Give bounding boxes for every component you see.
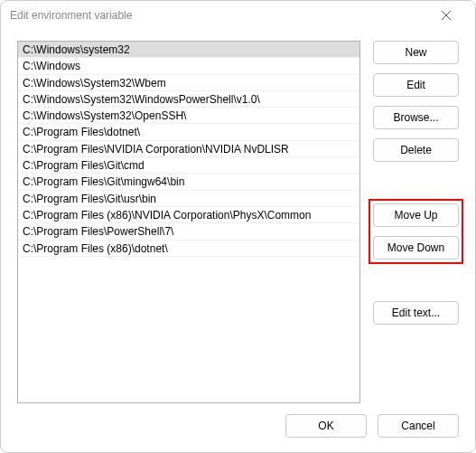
titlebar: Edit environment variable bbox=[1, 1, 475, 30]
ok-button[interactable]: OK bbox=[285, 414, 367, 438]
content-area: C:\Windows\system32C:\WindowsC:\Windows\… bbox=[1, 30, 475, 409]
dialog-footer: OK Cancel bbox=[1, 409, 475, 452]
close-icon bbox=[442, 11, 451, 20]
list-item[interactable]: C:\Program Files\Git\cmd bbox=[18, 157, 359, 174]
dialog-window: Edit environment variable C:\Windows\sys… bbox=[0, 0, 476, 453]
side-button-panel: New Edit Browse... Delete Move Up Move D… bbox=[373, 41, 459, 403]
browse-button[interactable]: Browse... bbox=[373, 106, 459, 129]
move-down-button[interactable]: Move Down bbox=[373, 236, 459, 260]
list-item[interactable]: C:\Windows\system32 bbox=[18, 42, 359, 58]
list-item[interactable]: C:\Windows\System32\WindowsPowerShell\v1… bbox=[18, 91, 359, 108]
list-item[interactable]: C:\Program Files\PowerShell\7\ bbox=[18, 223, 359, 240]
edit-text-button[interactable]: Edit text... bbox=[373, 301, 459, 325]
list-item[interactable]: C:\Windows\System32\Wbem bbox=[18, 75, 359, 91]
cancel-button[interactable]: Cancel bbox=[378, 414, 459, 438]
list-item[interactable]: C:\Program Files\NVIDIA Corporation\NVID… bbox=[18, 141, 359, 157]
move-up-button[interactable]: Move Up bbox=[373, 203, 459, 227]
path-listbox[interactable]: C:\Windows\system32C:\WindowsC:\Windows\… bbox=[17, 41, 360, 403]
list-item[interactable]: C:\Windows bbox=[18, 58, 359, 74]
list-item[interactable]: C:\Program Files\Git\mingw64\bin bbox=[18, 174, 359, 190]
window-title: Edit environment variable bbox=[10, 9, 426, 22]
list-item[interactable]: C:\Program Files\dotnet\ bbox=[18, 124, 359, 140]
list-item[interactable]: C:\Program Files (x86)\dotnet\ bbox=[18, 241, 359, 257]
close-button[interactable] bbox=[426, 3, 466, 28]
list-item[interactable]: C:\Program Files (x86)\NVIDIA Corporatio… bbox=[18, 207, 359, 223]
new-button[interactable]: New bbox=[373, 41, 459, 64]
edit-button[interactable]: Edit bbox=[373, 73, 459, 97]
list-item[interactable]: C:\Program Files\Git\usr\bin bbox=[18, 191, 359, 207]
delete-button[interactable]: Delete bbox=[373, 138, 459, 162]
list-item[interactable]: C:\Windows\System32\OpenSSH\ bbox=[18, 108, 359, 124]
